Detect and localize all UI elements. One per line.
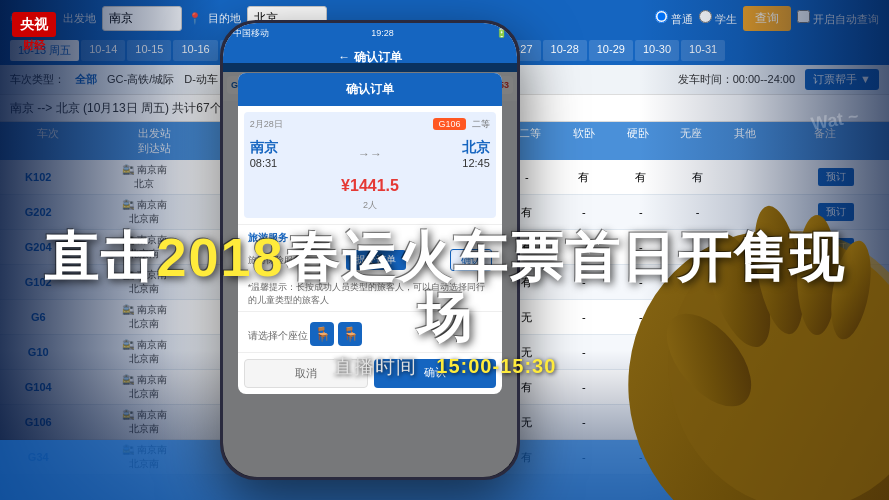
cctv-logo-box: 央视 — [12, 12, 56, 37]
ticket-header-row: 2月28日 G106 二等 — [250, 118, 491, 131]
route-display: 南京 08:31 →→ 北京 12:45 — [250, 135, 491, 173]
app-title: 确认订单 — [354, 50, 402, 64]
ticket-info: 2月28日 G106 二等 南京 08:31 — [244, 112, 497, 218]
modal-title: 确认订单 — [346, 82, 394, 96]
ticket-left: 2月28日 — [250, 118, 283, 131]
clock: 19:28 — [371, 28, 394, 38]
main-title-container: 直击2018春运火车票首日开售现场 直播时间 15:00-15:30 — [0, 228, 889, 380]
class-label: 二等 — [472, 119, 490, 129]
from-city: 南京 — [250, 139, 278, 157]
to-city: 北京 — [462, 139, 490, 157]
depart-time: 08:31 — [250, 157, 278, 169]
modal-header: 确认订单 — [238, 73, 503, 106]
soft-col: 有 — [555, 160, 612, 194]
back-icon[interactable]: ← — [338, 50, 353, 64]
cctv-main-text: 央视 — [20, 16, 48, 33]
main-title: 直击2018春运火车票首日开售现场 — [20, 228, 869, 347]
year-highlight: 2018 — [156, 227, 284, 287]
ticket-right: G106 二等 — [433, 118, 490, 131]
date-display: 2月28日 — [250, 119, 283, 129]
train-badge: G106 — [433, 118, 465, 130]
arrow-divider: →→ — [358, 147, 382, 161]
arrive-time: 12:45 — [462, 157, 490, 169]
broadcast-subtitle: 直播时间 15:00-15:30 — [20, 353, 869, 380]
battery-icon: 🔋 — [496, 28, 507, 38]
carrier: 中国移动 — [233, 27, 269, 40]
subtitle-label: 直播时间 — [333, 355, 417, 377]
date-tab-12[interactable]: 10-29 — [589, 40, 633, 61]
date-tab-11[interactable]: 10-28 — [543, 40, 587, 61]
soft-col: - — [555, 195, 612, 229]
cctv-sub-text: 财经 — [23, 38, 45, 53]
to-city-block: 北京 12:45 — [462, 139, 490, 169]
col-soft-sleeper: 软卧 — [557, 126, 611, 156]
phone-status-bar: 中国移动 19:28 🔋 — [223, 23, 517, 43]
from-city-block: 南京 08:31 — [250, 139, 278, 169]
passenger-count: 2人 — [250, 199, 491, 212]
price-display: ¥1441.5 — [250, 173, 491, 199]
cctv-logo: 央视 财经 — [12, 12, 56, 53]
broadcast-time: 15:00-15:30 — [436, 355, 556, 377]
